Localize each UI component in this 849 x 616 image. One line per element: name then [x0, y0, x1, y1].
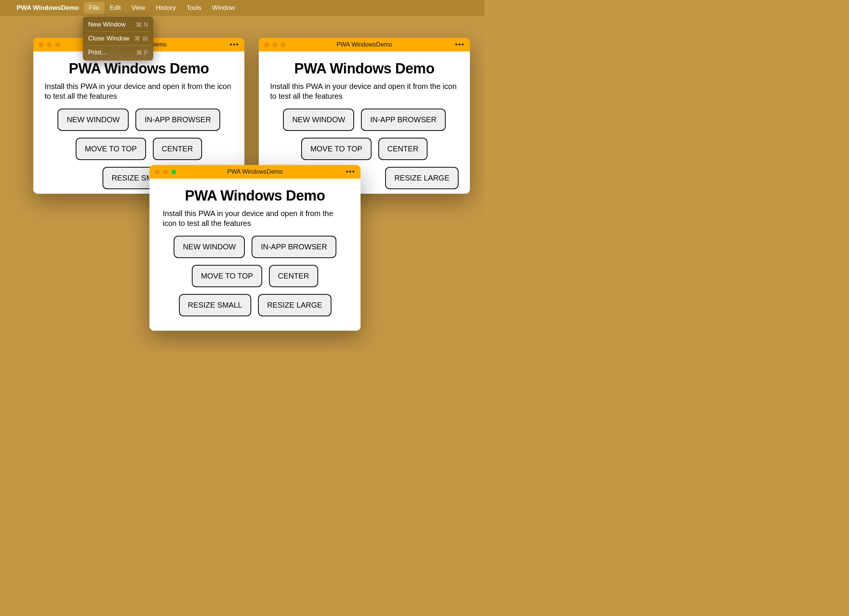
traffic-lights	[39, 42, 60, 47]
maximize-icon[interactable]	[55, 42, 60, 47]
dropdown-shortcut: ⌘ P	[136, 49, 148, 56]
dropdown-label: Close Window	[88, 35, 129, 42]
button-grid: NEW WINDOW IN-APP BROWSER MOVE TO TOP CE…	[163, 236, 347, 316]
center-button[interactable]: CENTER	[378, 138, 428, 160]
more-icon[interactable]: •••	[230, 41, 239, 49]
in-app-browser-button[interactable]: IN-APP BROWSER	[252, 236, 336, 258]
titlebar[interactable]: PWA WindowsDemo •••	[149, 165, 361, 179]
dropdown-label: New Window	[88, 21, 126, 28]
pwa-window-3[interactable]: PWA WindowsDemo ••• PWA Windows Demo Ins…	[149, 165, 361, 331]
page-title: PWA Windows Demo	[270, 61, 459, 77]
window-content: PWA Windows Demo Install this PWA in you…	[149, 179, 361, 325]
center-button[interactable]: CENTER	[269, 265, 318, 287]
page-description: Install this PWA in your device and open…	[270, 81, 459, 101]
page-description: Install this PWA in your device and open…	[45, 81, 233, 101]
dropdown-separator	[87, 45, 149, 46]
page-description: Install this PWA in your device and open…	[163, 208, 347, 228]
resize-large-button[interactable]: RESIZE LARGE	[385, 167, 459, 189]
more-icon[interactable]: •••	[346, 168, 355, 176]
traffic-lights	[155, 170, 176, 174]
close-icon[interactable]	[264, 42, 269, 47]
in-app-browser-button[interactable]: IN-APP BROWSER	[361, 109, 445, 131]
menu-item-file[interactable]: File	[84, 2, 104, 14]
dropdown-separator	[87, 31, 149, 32]
new-window-button[interactable]: NEW WINDOW	[58, 109, 129, 131]
maximize-icon[interactable]	[281, 42, 286, 47]
dropdown-shortcut: ⌘ W	[134, 35, 148, 42]
move-to-top-button[interactable]: MOVE TO TOP	[76, 138, 146, 160]
resize-small-button[interactable]: RESIZE SMALL	[179, 294, 251, 316]
in-app-browser-button[interactable]: IN-APP BROWSER	[135, 109, 220, 131]
menubar: PWA WindowsDemo File Edit View History T…	[0, 0, 484, 16]
new-window-button[interactable]: NEW WINDOW	[174, 236, 245, 258]
window-title: PWA WindowsDemo	[337, 41, 392, 48]
menu-item-tools[interactable]: Tools	[181, 2, 207, 14]
window-title: PWA WindowsDemo	[227, 168, 283, 175]
move-to-top-button[interactable]: MOVE TO TOP	[301, 138, 371, 160]
dropdown-item-print[interactable]: Print... ⌘ P	[83, 47, 153, 59]
minimize-icon[interactable]	[47, 42, 52, 47]
minimize-icon[interactable]	[272, 42, 277, 47]
move-to-top-button[interactable]: MOVE TO TOP	[192, 265, 262, 287]
page-title: PWA Windows Demo	[163, 188, 347, 204]
maximize-icon[interactable]	[171, 170, 176, 174]
menu-item-edit[interactable]: Edit	[104, 2, 126, 14]
titlebar[interactable]: PWA WindowsDemo •••	[259, 38, 470, 51]
dropdown-shortcut: ⌘ N	[136, 21, 148, 28]
menu-item-view[interactable]: View	[126, 2, 151, 14]
dropdown-item-close-window[interactable]: Close Window ⌘ W	[83, 33, 153, 45]
menu-item-history[interactable]: History	[151, 2, 181, 14]
menu-item-window[interactable]: Window	[207, 2, 240, 14]
center-button[interactable]: CENTER	[153, 138, 202, 160]
close-icon[interactable]	[155, 170, 160, 174]
new-window-button[interactable]: NEW WINDOW	[283, 109, 354, 131]
app-name[interactable]: PWA WindowsDemo	[12, 2, 84, 14]
dropdown-item-new-window[interactable]: New Window ⌘ N	[83, 19, 153, 31]
traffic-lights	[264, 42, 286, 47]
minimize-icon[interactable]	[163, 170, 168, 174]
dropdown-label: Print...	[88, 49, 107, 56]
page-title: PWA Windows Demo	[45, 61, 233, 77]
resize-large-button[interactable]: RESIZE LARGE	[258, 294, 331, 316]
file-dropdown: New Window ⌘ N Close Window ⌘ W Print...…	[83, 17, 153, 61]
more-icon[interactable]: •••	[455, 41, 465, 49]
close-icon[interactable]	[39, 42, 44, 47]
